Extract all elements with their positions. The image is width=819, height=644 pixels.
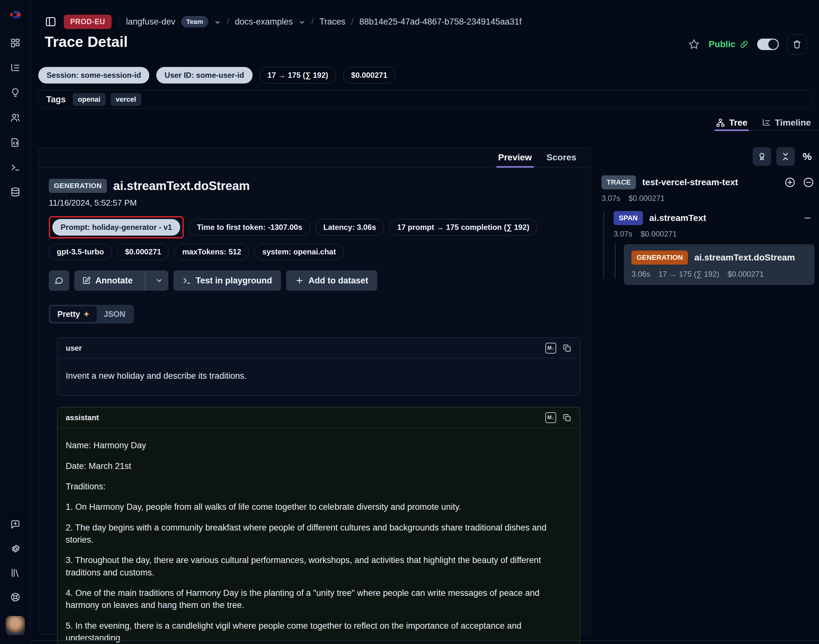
- annotate-dropdown[interactable]: [150, 270, 168, 291]
- breadcrumb-divider: /: [351, 17, 354, 27]
- annotation-highlight: Prompt: holiday-generator - v1: [49, 216, 184, 238]
- tab-scores[interactable]: Scores: [547, 147, 576, 167]
- percent-metrics-icon[interactable]: %: [800, 147, 814, 166]
- collapse-span-icon[interactable]: [803, 214, 812, 222]
- trace-detail-page: PROD-EU langfuse-dev Team / docs-example…: [0, 0, 819, 644]
- comment-button[interactable]: [49, 270, 69, 291]
- user-id-badge[interactable]: User ID: some-user-id: [156, 67, 252, 84]
- users-icon[interactable]: [10, 112, 21, 123]
- trace-tree-panel: % TRACE test-vercel-stream-text 3.07s $0…: [601, 147, 814, 285]
- bottom-divider: [31, 640, 819, 641]
- tab-timeline[interactable]: Timeline: [762, 115, 811, 130]
- generation-cost: $0.000271: [727, 270, 764, 279]
- breadcrumb-org[interactable]: langfuse-dev: [126, 17, 175, 27]
- playground-icon[interactable]: [10, 162, 21, 173]
- message-role: assistant: [66, 413, 99, 422]
- session-badge[interactable]: Session: some-session-id: [38, 67, 149, 84]
- org-plan-badge: Team: [181, 16, 208, 28]
- user-avatar[interactable]: [6, 616, 25, 635]
- assistant-paragraph: 1. On Harmony Day, people from all walks…: [66, 501, 572, 513]
- copy-icon[interactable]: [562, 413, 572, 422]
- breadcrumb-divider: /: [311, 17, 314, 27]
- star-icon[interactable]: [688, 38, 701, 51]
- prompts-icon[interactable]: [10, 137, 21, 148]
- add-to-dataset-label: Add to dataset: [309, 276, 368, 286]
- trace-name[interactable]: test-vercel-stream-text: [642, 177, 738, 187]
- add-to-dataset-button[interactable]: Add to dataset: [286, 270, 377, 291]
- assistant-message-content: Name: Harmony Day Date: March 21st Tradi…: [57, 428, 580, 644]
- public-toggle[interactable]: [757, 38, 779, 50]
- copy-icon[interactable]: [562, 343, 572, 353]
- collapse-node-icon[interactable]: [802, 176, 814, 189]
- feedback-icon[interactable]: [10, 519, 21, 530]
- annotate-queue-icon[interactable]: [753, 147, 771, 166]
- trace-type-badge: TRACE: [601, 175, 636, 189]
- observation-name: ai.streamText.doStream: [113, 179, 250, 193]
- cost-badge: $0.000271: [117, 244, 169, 260]
- markdown-toggle-icon[interactable]: M↓: [545, 412, 556, 423]
- chevron-down-icon[interactable]: [298, 18, 306, 25]
- format-pretty[interactable]: Pretty ✦: [51, 307, 97, 322]
- max-tokens-badge: maxTokens: 512: [174, 244, 249, 260]
- span-node[interactable]: SPAN ai.streamText: [614, 211, 814, 225]
- tab-preview[interactable]: Preview: [498, 147, 532, 167]
- breadcrumb-traces[interactable]: Traces: [320, 17, 346, 27]
- user-message-content: Invent a new holiday and describe its tr…: [66, 370, 572, 382]
- expand-all-icon[interactable]: [784, 176, 796, 189]
- model-badge: gpt-3.5-turbo: [49, 244, 112, 260]
- collapse-all-icon[interactable]: [776, 147, 795, 166]
- link-icon: [739, 40, 749, 49]
- app-sidebar: [0, 0, 31, 644]
- prompt-version-badge[interactable]: Prompt: holiday-generator - v1: [52, 219, 180, 236]
- user-message-card: user M↓ Invent a new holiday and describ…: [57, 337, 580, 396]
- cost-badge: $0.000271: [343, 67, 395, 84]
- assistant-paragraph: Traditions:: [66, 480, 572, 492]
- latency-badge: Latency: 3.06s: [315, 219, 384, 236]
- assistant-paragraph: 4. One of the main traditions of Harmony…: [66, 587, 572, 612]
- support-icon[interactable]: [10, 592, 21, 603]
- generation-node-selected[interactable]: GENERATION ai.streamText.doStream 3.06s …: [624, 244, 814, 285]
- settings-icon[interactable]: [10, 543, 21, 554]
- format-json[interactable]: JSON: [97, 307, 132, 322]
- generation-tokens: 17 → 175 (∑ 192): [659, 270, 719, 279]
- trace-latency: 3.07s: [601, 194, 620, 203]
- assistant-message-card: assistant M↓ Name: Harmony Day Date: Mar…: [57, 407, 580, 644]
- tag-vercel[interactable]: vercel: [111, 93, 141, 106]
- lightbulb-icon[interactable]: [10, 87, 21, 98]
- annotate-button[interactable]: Annotate: [74, 270, 168, 291]
- public-label: Public: [708, 39, 736, 49]
- sidebar-toggle-icon[interactable]: [45, 15, 57, 28]
- library-icon[interactable]: [10, 567, 21, 578]
- span-cost: $0.000271: [641, 230, 677, 238]
- environment-badge[interactable]: PROD-EU: [64, 15, 112, 29]
- annotate-label: Annotate: [95, 276, 133, 286]
- tree-guide-line: [604, 212, 604, 279]
- chevron-down-icon[interactable]: [214, 18, 221, 25]
- tag-openai[interactable]: openai: [73, 93, 106, 106]
- pretty-label: Pretty: [57, 310, 80, 319]
- datasets-icon[interactable]: [10, 187, 21, 198]
- dashboard-icon[interactable]: [10, 38, 21, 49]
- tab-tree-label: Tree: [729, 118, 748, 128]
- public-share-link[interactable]: Public: [708, 39, 749, 49]
- playground-label: Test in playground: [196, 276, 272, 286]
- format-toggle: Pretty ✦ JSON: [49, 305, 134, 324]
- prompt-completion-tokens-badge: 17 prompt → 175 completion (∑ 192): [389, 219, 538, 236]
- time-to-first-token-badge: Time to first token: -1307.00s: [189, 219, 310, 236]
- sparkles-icon: ✦: [83, 310, 90, 319]
- breadcrumb: PROD-EU langfuse-dev Team / docs-example…: [45, 14, 522, 30]
- tab-timeline-label: Timeline: [775, 118, 811, 128]
- delete-trace-button[interactable]: [787, 34, 807, 54]
- tracing-icon[interactable]: [10, 63, 21, 73]
- breadcrumb-trace-id[interactable]: 88b14e25-47ad-4867-b758-2349145aa31f: [360, 17, 522, 27]
- tab-tree[interactable]: Tree: [716, 115, 748, 130]
- page-title: Trace Detail: [45, 33, 128, 51]
- breadcrumb-project[interactable]: docs-examples: [235, 17, 293, 27]
- plus-icon: [295, 276, 304, 285]
- assistant-paragraph: Name: Harmony Day: [66, 439, 572, 451]
- markdown-toggle-icon[interactable]: M↓: [545, 343, 556, 354]
- generation-name: ai.streamText.doStream: [694, 253, 795, 263]
- tags-label: Tags: [46, 95, 66, 104]
- test-in-playground-button[interactable]: Test in playground: [174, 270, 281, 291]
- system-badge: system: openai.chat: [254, 244, 344, 260]
